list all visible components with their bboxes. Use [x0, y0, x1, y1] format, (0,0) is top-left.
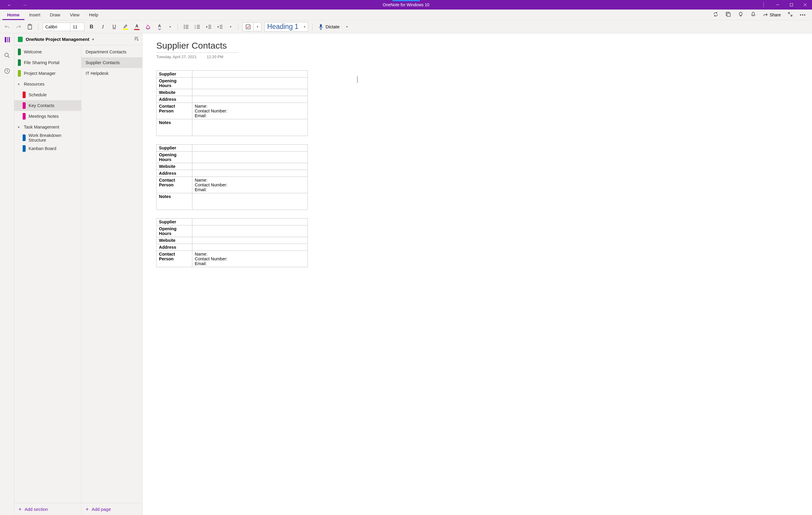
cell-value[interactable]	[192, 151, 308, 163]
bullets-button[interactable]	[182, 23, 190, 31]
section-welcome[interactable]: Welcome	[14, 47, 81, 57]
chevron-down-icon[interactable]: ▾	[92, 37, 94, 41]
cell-value[interactable]	[192, 170, 308, 177]
redo-button[interactable]	[14, 23, 23, 31]
italic-button[interactable]: I	[99, 23, 107, 31]
cell-value[interactable]	[192, 225, 308, 237]
section-project-manager[interactable]: Project Manager	[14, 68, 81, 79]
clear-formatting-button[interactable]	[144, 23, 152, 31]
cell-label[interactable]: Opening Hours	[156, 225, 192, 237]
lightbulb-icon[interactable]	[738, 11, 744, 18]
cell-value[interactable]	[192, 244, 308, 251]
cell-label[interactable]: Opening Hours	[156, 78, 192, 89]
cell-label[interactable]: Supplier	[156, 71, 192, 78]
feed-icon[interactable]	[726, 11, 731, 18]
cell-label[interactable]: Address	[156, 244, 192, 251]
cell-label[interactable]: Contact Person	[156, 103, 192, 119]
recent-rail-button[interactable]	[4, 68, 10, 75]
cell-label[interactable]: Contact Person	[156, 177, 192, 193]
bold-button[interactable]: B	[87, 23, 96, 31]
cell-label[interactable]: Website	[156, 237, 192, 244]
cell-label[interactable]: Opening Hours	[156, 151, 192, 163]
minimize-button[interactable]	[771, 0, 785, 9]
section-meetings-notes[interactable]: Meetings Notes	[14, 111, 81, 122]
cell-value[interactable]: Name: Contact Number: Email:	[192, 177, 308, 193]
cell-value[interactable]	[192, 119, 308, 136]
page-supplier-contacts[interactable]: Supplier Contacts	[81, 57, 142, 68]
supplier-table[interactable]: Supplier Opening Hours Website Address C…	[156, 144, 308, 210]
section-kanban[interactable]: Kanban Board	[14, 143, 81, 154]
outdent-button[interactable]	[205, 23, 213, 31]
page-title[interactable]: Supplier Contacts	[156, 40, 812, 51]
cell-value[interactable]	[192, 71, 308, 78]
close-button[interactable]	[798, 0, 812, 9]
undo-button[interactable]	[3, 23, 11, 31]
cell-value[interactable]	[192, 89, 308, 96]
style-selector[interactable]: Heading 1 ▾	[264, 22, 308, 32]
add-page-button[interactable]: +Add page	[81, 503, 142, 515]
cell-label[interactable]: Supplier	[156, 219, 192, 225]
tab-draw[interactable]: Draw	[45, 10, 65, 20]
share-button[interactable]: Share	[763, 12, 781, 17]
sync-icon[interactable]	[713, 11, 718, 18]
add-section-button[interactable]: +Add section	[14, 503, 81, 515]
cell-label[interactable]: Supplier	[156, 145, 192, 151]
font-size-input[interactable]	[70, 23, 84, 31]
back-button[interactable]: ←	[7, 3, 11, 7]
font-color-button[interactable]: A	[133, 23, 141, 31]
cell-label[interactable]: Contact Person	[156, 251, 192, 267]
cell-value[interactable]	[192, 78, 308, 89]
notebook-title[interactable]: OneNote Project Management	[26, 37, 89, 42]
page-it-helpdesk[interactable]: IT Helpdesk	[81, 68, 142, 79]
highlight-button[interactable]	[121, 23, 130, 31]
bell-icon[interactable]	[751, 11, 756, 18]
supplier-table[interactable]: Supplier Opening Hours Website Address C…	[156, 218, 308, 267]
clipboard-button[interactable]	[26, 23, 34, 31]
tab-insert[interactable]: Insert	[25, 10, 45, 20]
dictate-button[interactable]: Dictate ▾	[317, 24, 348, 30]
indent-button[interactable]	[216, 23, 224, 31]
search-rail-button[interactable]	[4, 53, 10, 60]
tag-button[interactable]: ▾	[242, 22, 262, 31]
section-file-sharing[interactable]: File Sharing Portal	[14, 57, 81, 68]
paragraph-more-dropdown[interactable]: ▾	[227, 25, 234, 28]
tag-dropdown[interactable]: ▾	[254, 23, 261, 31]
underline-button[interactable]: U	[110, 23, 118, 31]
sort-button[interactable]	[134, 36, 139, 42]
tab-home[interactable]: Home	[2, 10, 25, 20]
section-group-resources[interactable]: ▾Resources	[14, 79, 81, 89]
section-key-contacts[interactable]: Key Contacts	[14, 100, 81, 111]
font-name-input[interactable]	[43, 23, 70, 31]
numbering-button[interactable]: 123	[193, 23, 202, 31]
cell-value[interactable]: Name: Contact Number: Email:	[192, 251, 308, 267]
tab-help[interactable]: Help	[84, 10, 103, 20]
cell-value[interactable]: Name: Contact Number: Email:	[192, 103, 308, 119]
cell-value[interactable]	[192, 96, 308, 103]
forward-button[interactable]: →	[22, 3, 27, 7]
section-schedule[interactable]: Schedule	[14, 89, 81, 100]
page-date[interactable]: Tuesday, April 27, 2021	[156, 55, 197, 59]
cell-label[interactable]: Website	[156, 163, 192, 170]
page-department-contacts[interactable]: Department Contacts	[81, 47, 142, 57]
cell-value[interactable]	[192, 193, 308, 210]
cell-label[interactable]: Website	[156, 89, 192, 96]
notebooks-rail-button[interactable]	[4, 36, 10, 44]
tab-view[interactable]: View	[65, 10, 84, 20]
cell-label[interactable]: Address	[156, 170, 192, 177]
cell-value[interactable]	[192, 145, 308, 151]
cell-value[interactable]	[192, 163, 308, 170]
more-icon[interactable]: •••	[800, 12, 806, 17]
cell-label[interactable]: Notes	[156, 119, 192, 136]
font-more-dropdown[interactable]: ▾	[167, 25, 173, 28]
supplier-table[interactable]: Supplier Opening Hours Website Address C…	[156, 70, 308, 136]
section-group-task-mgmt[interactable]: ▾Task Management	[14, 122, 81, 133]
page-time[interactable]: 12:20 PM	[207, 55, 223, 59]
fullscreen-icon[interactable]	[788, 12, 793, 18]
cell-label[interactable]: Address	[156, 96, 192, 103]
cell-value[interactable]	[192, 219, 308, 225]
cell-label[interactable]: Notes	[156, 193, 192, 210]
format-painter-button[interactable]: A	[155, 23, 164, 31]
section-wbs[interactable]: Work Breakdown Structure	[14, 133, 81, 143]
page-canvas[interactable]: Supplier Contacts Tuesday, April 27, 202…	[143, 33, 812, 515]
cell-value[interactable]	[192, 237, 308, 244]
